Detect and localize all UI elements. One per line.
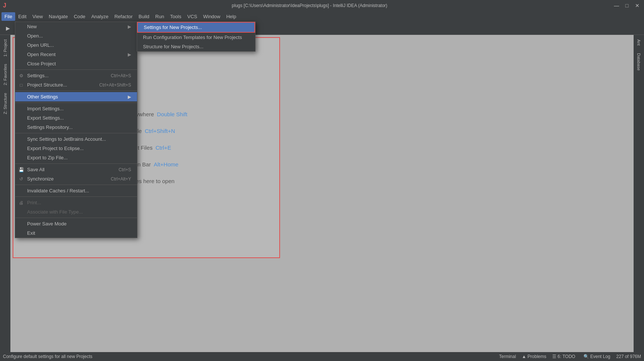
maximize-button[interactable]: □	[623, 3, 631, 9]
close-button[interactable]: ✕	[634, 3, 641, 9]
sep-8	[15, 218, 137, 218]
menu-window[interactable]: Window	[200, 12, 223, 21]
menu-open-recent-label: Open Recent	[27, 52, 56, 57]
app-logo: J	[3, 2, 6, 9]
shortcut-goto-keys: Ctrl+Shift+N	[145, 128, 175, 134]
menu-edit[interactable]: Edit	[15, 12, 29, 21]
menu-settings-repo-label: Settings Repository...	[27, 124, 73, 130]
sync-shortcut: Ctrl+Alt+Y	[111, 176, 131, 182]
shortcut-navbar-keys: Alt+Home	[154, 161, 178, 168]
menu-code[interactable]: Code	[71, 12, 88, 21]
menu-associate-file-type: Associate with File Type...	[15, 207, 137, 217]
menu-open-recent-arrow: ▶	[128, 52, 131, 57]
sidebar-tab-ant[interactable]: Ant	[635, 36, 643, 49]
menu-export-settings[interactable]: Export Settings...	[15, 113, 137, 123]
file-menu: New ▶ Open... Open URL... Open Recent ▶ …	[15, 22, 137, 238]
menu-import-settings[interactable]: Import Settings...	[15, 104, 137, 113]
menu-save-all[interactable]: 💾 Save All Ctrl+S	[15, 165, 137, 174]
project-structure-icon: □	[18, 82, 24, 88]
menu-other-settings-label: Other Settings	[27, 94, 58, 100]
sep-5	[15, 163, 137, 164]
menu-open-url[interactable]: Open URL...	[15, 40, 137, 50]
submenu-run-config-templates-label: Run Configuration Templates for New Proj…	[143, 35, 242, 40]
menu-new-arrow: ▶	[128, 24, 131, 29]
tab-problems[interactable]: ▲ Problems	[520, 353, 549, 360]
settings-shortcut: Ctrl+Alt+S	[111, 73, 131, 78]
menu-export-eclipse[interactable]: Export Project to Eclipse...	[15, 144, 137, 153]
menu-bar: File Edit View Navigate Code Analyze Ref…	[0, 11, 644, 22]
menu-import-settings-label: Import Settings...	[27, 106, 64, 111]
run-button[interactable]: ▶	[3, 23, 13, 33]
menu-other-settings[interactable]: Other Settings ▶	[15, 92, 137, 101]
menu-save-all-label: Save All	[27, 167, 45, 172]
title-bar-title: plugs [C:\Users\Administrator\IdeaProjec…	[6, 3, 613, 8]
status-right: Terminal ▲ Problems ☰ 6: TODO 🔍 Event Lo…	[497, 353, 641, 360]
menu-run[interactable]: Run	[152, 12, 167, 21]
menu-invalidate-caches[interactable]: Invalidate Caches / Restart...	[15, 186, 137, 195]
menu-power-save-label: Power Save Mode	[27, 221, 66, 227]
sep-6	[15, 185, 137, 185]
print-icon: 🖨	[18, 200, 24, 206]
menu-synchronize[interactable]: ↺ Synchronize Ctrl+Alt+Y	[15, 174, 137, 183]
menu-exit-label: Exit	[27, 230, 35, 236]
sidebar-tab-favorites[interactable]: 2: Favorites	[1, 61, 9, 88]
submenu-structure-new-projects[interactable]: Structure for New Projects...	[137, 42, 255, 51]
menu-export-zip-label: Export to Zip File...	[27, 155, 68, 160]
menu-print: 🖨 Print...	[15, 198, 137, 207]
tab-todo[interactable]: ☰ 6: TODO	[550, 353, 578, 360]
menu-view[interactable]: View	[29, 12, 46, 21]
menu-navigate[interactable]: Navigate	[46, 12, 71, 21]
menu-sync-settings[interactable]: Sync Settings to JetBrains Account...	[15, 134, 137, 144]
menu-associate-file-type-label: Associate with File Type...	[27, 209, 83, 215]
sidebar-tab-structure[interactable]: Z: Structure	[1, 90, 9, 117]
menu-settings-repo[interactable]: Settings Repository...	[15, 123, 137, 132]
sidebar-tab-project[interactable]: 1: Project	[1, 36, 9, 59]
menu-analyze[interactable]: Analyze	[88, 12, 111, 21]
menu-vcs[interactable]: VCS	[184, 12, 200, 21]
left-sidebar: 1: Project 2: Favorites Z: Structure	[0, 35, 10, 361]
save-shortcut: Ctrl+S	[118, 167, 131, 172]
menu-power-save[interactable]: Power Save Mode	[15, 219, 137, 228]
status-bar: Configure default settings for all new P…	[0, 352, 644, 361]
menu-refactor[interactable]: Refactor	[111, 12, 136, 21]
sep-4	[15, 133, 137, 133]
menu-export-settings-label: Export Settings...	[27, 115, 64, 121]
menu-synchronize-label: Synchronize	[27, 176, 54, 182]
window-controls: — □ ✕	[613, 3, 641, 9]
menu-tools[interactable]: Tools	[167, 12, 184, 21]
menu-new-label: New	[27, 24, 37, 29]
submenu-settings-new-projects[interactable]: Settings for New Projects...	[137, 22, 255, 33]
menu-help[interactable]: Help	[223, 12, 239, 21]
bottom-tabs: Terminal ▲ Problems ☰ 6: TODO	[497, 353, 578, 360]
minimize-button[interactable]: —	[613, 3, 620, 9]
menu-sync-settings-label: Sync Settings to JetBrains Account...	[27, 136, 106, 142]
status-event-log[interactable]: 🔍 Event Log	[583, 354, 610, 359]
menu-other-settings-arrow: ▶	[128, 94, 131, 100]
menu-export-zip[interactable]: Export to Zip File...	[15, 153, 137, 162]
title-bar: J plugs [C:\Users\Administrator\IdeaProj…	[0, 0, 644, 11]
sidebar-tab-database[interactable]: Database	[635, 50, 643, 74]
menu-settings[interactable]: ⚙ Settings... Ctrl+Alt+S	[15, 71, 137, 80]
status-left-text: Configure default settings for all new P…	[3, 354, 92, 359]
settings-icon: ⚙	[18, 73, 24, 79]
menu-new[interactable]: New ▶	[15, 22, 137, 31]
project-structure-shortcut: Ctrl+Alt+Shift+S	[99, 82, 131, 88]
sep-1	[15, 69, 137, 70]
submenu-run-config-templates[interactable]: Run Configuration Templates for New Proj…	[137, 33, 255, 42]
menu-open[interactable]: Open...	[15, 31, 137, 40]
menu-open-recent[interactable]: Open Recent ▶	[15, 50, 137, 59]
tab-terminal[interactable]: Terminal	[497, 353, 518, 360]
menu-file[interactable]: File	[1, 12, 15, 21]
sep-3	[15, 103, 137, 103]
menu-project-structure[interactable]: □ Project Structure... Ctrl+Alt+Shift+S	[15, 80, 137, 90]
menu-print-label: Print...	[27, 200, 41, 205]
menu-export-eclipse-label: Export Project to Eclipse...	[27, 146, 84, 151]
submenu-settings-new-projects-label: Settings for New Projects...	[144, 25, 202, 30]
menu-exit[interactable]: Exit	[15, 228, 137, 238]
menu-open-url-label: Open URL...	[27, 42, 54, 48]
menu-close-project[interactable]: Close Project	[15, 59, 137, 68]
menu-invalidate-caches-label: Invalidate Caches / Restart...	[27, 188, 89, 193]
menu-build[interactable]: Build	[136, 12, 152, 21]
menu-project-structure-label: Project Structure...	[27, 82, 67, 88]
status-memory: 227 of 976M	[616, 354, 641, 359]
